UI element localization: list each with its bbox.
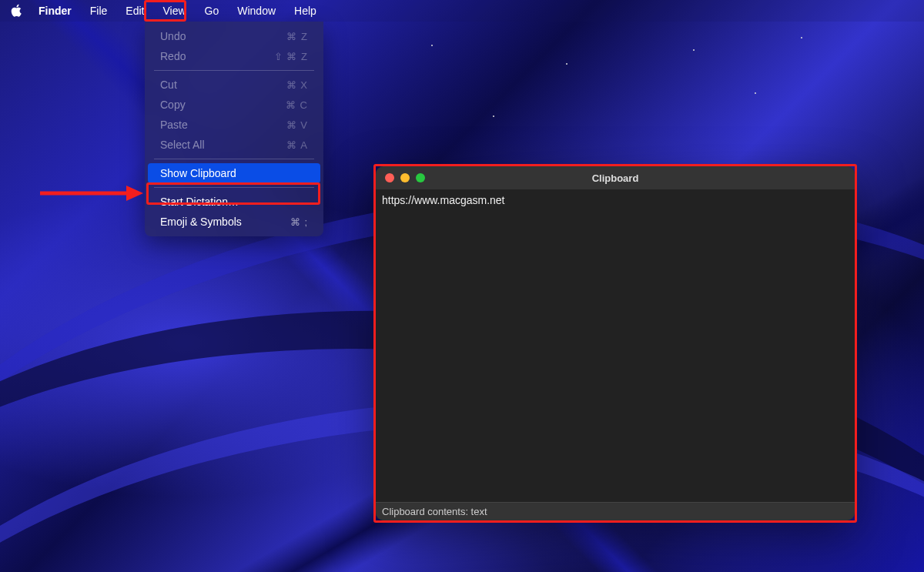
menu-item-paste[interactable]: Paste ⌘ V (148, 115, 320, 135)
menu-view[interactable]: View (153, 2, 195, 20)
menu-item-redo[interactable]: Redo ⇧ ⌘ Z (148, 46, 320, 66)
menu-file[interactable]: File (81, 2, 117, 20)
menu-item-shortcut: ⌘ ; (290, 216, 308, 228)
apple-menu-icon[interactable] (11, 4, 29, 18)
menu-edit[interactable]: Edit (116, 2, 153, 20)
edit-menu-dropdown: Undo ⌘ Z Redo ⇧ ⌘ Z Cut ⌘ X Copy ⌘ C Pas… (145, 22, 323, 236)
menu-window[interactable]: Window (228, 2, 285, 20)
menu-item-emoji-symbols[interactable]: Emoji & Symbols ⌘ ; (148, 212, 320, 232)
clipboard-footer: Clipboard contents: text (376, 502, 855, 520)
window-title: Clipboard (376, 172, 855, 184)
menu-item-show-clipboard[interactable]: Show Clipboard (148, 163, 320, 183)
menu-item-shortcut: ⌘ X (286, 79, 308, 91)
clipboard-content: https://www.macgasm.net (376, 189, 855, 502)
window-titlebar[interactable]: Clipboard (376, 166, 855, 189)
window-zoom-button[interactable] (416, 173, 425, 182)
menu-item-shortcut: ⌘ A (286, 139, 308, 151)
menu-separator (154, 159, 314, 159)
menu-item-label: Start Dictation… (160, 196, 239, 208)
active-app-name[interactable]: Finder (29, 5, 81, 17)
macos-menubar: Finder File Edit View Go Window Help (0, 0, 924, 22)
menu-item-shortcut: ⇧ ⌘ Z (274, 51, 308, 62)
menu-item-label: Copy (160, 99, 186, 111)
menu-item-shortcut: ⌘ V (286, 119, 308, 131)
menu-item-label: Show Clipboard (160, 167, 236, 179)
menu-separator (154, 70, 314, 71)
window-minimize-button[interactable] (400, 173, 410, 182)
menu-separator (154, 187, 314, 188)
menu-item-label: Select All (160, 139, 205, 151)
menu-item-label: Undo (160, 30, 186, 42)
menu-item-copy[interactable]: Copy ⌘ C (148, 95, 320, 115)
menu-item-label: Paste (160, 119, 188, 131)
menu-item-label: Redo (160, 50, 186, 62)
window-close-button[interactable] (385, 173, 394, 182)
menu-item-undo[interactable]: Undo ⌘ Z (148, 26, 320, 46)
menu-item-shortcut: ⌘ Z (286, 31, 308, 42)
menu-help[interactable]: Help (285, 2, 326, 20)
menu-item-shortcut: ⌘ C (286, 99, 308, 111)
menu-item-label: Emoji & Symbols (160, 216, 242, 228)
menu-go[interactable]: Go (196, 2, 229, 20)
menu-item-cut[interactable]: Cut ⌘ X (148, 75, 320, 95)
clipboard-window: Clipboard https://www.macgasm.net Clipbo… (376, 166, 855, 520)
menu-item-label: Cut (160, 79, 177, 91)
menu-item-start-dictation[interactable]: Start Dictation… (148, 192, 320, 212)
window-traffic-lights (376, 173, 425, 182)
menu-item-select-all[interactable]: Select All ⌘ A (148, 135, 320, 155)
